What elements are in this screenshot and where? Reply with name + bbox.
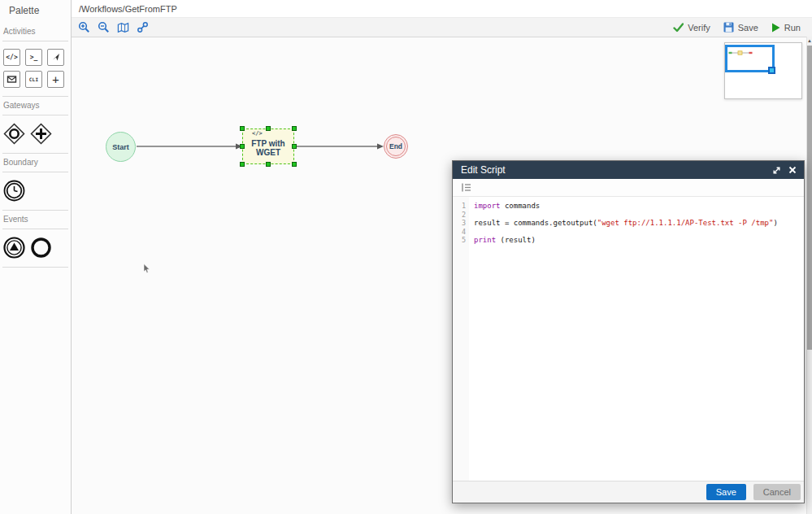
dialog-title: Edit Script xyxy=(453,164,506,176)
scrollbar-thumb[interactable] xyxy=(807,46,812,350)
dialog-save-button[interactable]: Save xyxy=(706,484,746,500)
resize-handle-bottom-left[interactable] xyxy=(240,162,245,167)
save-button[interactable]: Save xyxy=(723,22,758,33)
palette-section-boundary: Boundary xyxy=(2,154,68,172)
canvas-toolbar: Verify Save Run xyxy=(72,18,812,37)
vertical-scrollbar[interactable]: ▲ xyxy=(806,37,812,514)
parallel-gateway-icon[interactable] xyxy=(30,123,52,145)
scrollbar-up-arrow-icon[interactable]: ▲ xyxy=(807,37,812,44)
run-label: Run xyxy=(784,23,801,33)
palette-title: Palette xyxy=(0,0,71,23)
start-node[interactable]: Start xyxy=(106,132,136,162)
palette-boundary-body xyxy=(2,172,68,211)
play-icon xyxy=(771,23,780,33)
terminal-activity-button[interactable]: >_ xyxy=(25,49,42,66)
email-icon xyxy=(7,74,17,85)
floppy-icon xyxy=(723,22,734,33)
dialog-header: Edit Script xyxy=(453,161,804,179)
script-editor[interactable]: 12345 import commands result = commands.… xyxy=(453,197,804,481)
resize-handle-middle-left[interactable] xyxy=(240,144,245,149)
resize-handle-bottom-right[interactable] xyxy=(292,162,297,167)
palette-section-gateways: Gateways xyxy=(2,97,68,115)
script-activity-button[interactable]: </> xyxy=(3,49,20,66)
minimap-viewport-handle[interactable] xyxy=(768,67,775,74)
code-icon: </> xyxy=(6,54,17,61)
palette-activities-body: </> >_ CLI + xyxy=(2,41,68,97)
editor-code[interactable]: import commands result = commands.getout… xyxy=(469,197,804,481)
map-icon[interactable] xyxy=(117,21,129,33)
resize-handle-top-right[interactable] xyxy=(292,126,297,131)
script-task-icon: </> xyxy=(252,130,263,137)
palette-section-events: Events xyxy=(2,211,68,229)
end-node-label: End xyxy=(389,142,402,150)
minimap[interactable] xyxy=(724,42,802,99)
toolbar-right-group: Verify Save Run xyxy=(673,22,812,33)
save-label: Save xyxy=(738,23,758,33)
task-node-label: FTP with WGET xyxy=(243,139,293,157)
palette-sidebar: Palette Activities </> >_ CLI + Gateways… xyxy=(0,0,72,514)
breadcrumb-bar: /Workflows/GetFromFTP xyxy=(72,0,812,18)
pointer-activity-button[interactable] xyxy=(47,49,64,66)
mouse-cursor-icon xyxy=(143,264,151,274)
palette-events-body xyxy=(2,229,68,268)
toolbar-left-group xyxy=(72,21,149,33)
end-event-icon[interactable] xyxy=(30,237,52,259)
end-node[interactable]: End xyxy=(384,134,408,159)
close-icon[interactable] xyxy=(788,166,797,174)
editor-toolbar xyxy=(453,179,804,197)
palette-section-activities: Activities xyxy=(2,23,68,41)
resize-handle-bottom-middle[interactable] xyxy=(266,162,271,167)
minimap-workflow-glyph xyxy=(728,50,753,56)
check-icon xyxy=(673,23,684,33)
run-button[interactable]: Run xyxy=(771,23,801,33)
signal-end-event-icon[interactable] xyxy=(3,237,25,259)
email-activity-button[interactable] xyxy=(3,71,20,88)
zoom-in-icon[interactable] xyxy=(78,21,90,33)
link-icon[interactable] xyxy=(137,21,149,33)
resize-handle-top-left[interactable] xyxy=(240,126,245,131)
timer-boundary-icon[interactable] xyxy=(3,180,25,202)
task-node-ftp-with-wget[interactable]: </> FTP with WGET xyxy=(242,128,294,164)
terminal-icon: >_ xyxy=(30,54,38,61)
resize-handle-middle-right[interactable] xyxy=(292,144,297,149)
dialog-footer: Save Cancel xyxy=(453,481,804,503)
edit-script-dialog: Edit Script 12345 import commands result… xyxy=(452,160,805,503)
inclusive-gateway-icon[interactable] xyxy=(3,123,25,145)
editor-gutter: 12345 xyxy=(453,197,469,481)
dialog-cancel-button[interactable]: Cancel xyxy=(753,484,801,500)
line-numbers-icon[interactable] xyxy=(461,182,471,193)
plus-icon: + xyxy=(52,76,59,84)
breadcrumb: /Workflows/GetFromFTP xyxy=(72,4,177,14)
pointer-icon xyxy=(50,52,61,63)
verify-label: Verify xyxy=(688,23,710,33)
palette-gateways-body xyxy=(2,115,68,154)
zoom-out-icon[interactable] xyxy=(98,21,110,33)
verify-button[interactable]: Verify xyxy=(673,23,710,33)
cli-icon: CLI xyxy=(29,76,38,82)
workflow-editor: Palette Activities </> >_ CLI + Gateways… xyxy=(0,0,812,514)
start-node-label: Start xyxy=(112,143,129,151)
resize-handle-top-middle[interactable] xyxy=(266,126,271,131)
add-activity-button[interactable]: + xyxy=(47,71,64,88)
expand-icon[interactable] xyxy=(772,166,781,175)
cli-activity-button[interactable]: CLI xyxy=(25,71,42,88)
